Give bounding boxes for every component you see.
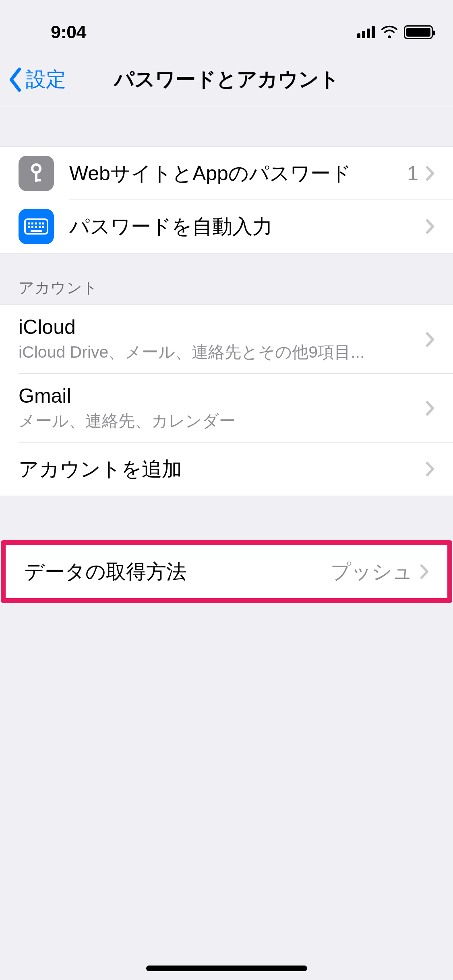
row-label: パスワードを自動入力: [69, 213, 426, 240]
key-icon: [19, 156, 54, 191]
keyboard-icon: [19, 209, 54, 244]
chevron-right-icon: [426, 401, 434, 416]
row-detail: 1: [407, 162, 418, 185]
svg-rect-13: [42, 226, 44, 228]
accounts-section-header: アカウント: [0, 253, 453, 305]
account-title: iCloud: [19, 315, 426, 339]
svg-rect-8: [42, 222, 44, 224]
row-fetch-new-data[interactable]: データの取得方法 プッシュ: [6, 545, 447, 598]
row-label: アカウントを追加: [19, 456, 426, 483]
navigation-bar: 設定 パスワードとアカウント: [0, 53, 453, 106]
account-title: Gmail: [19, 384, 426, 408]
svg-rect-12: [39, 226, 41, 228]
svg-rect-10: [31, 226, 33, 228]
passwords-group: WebサイトとAppのパスワード 1 パスワードを自動入力: [0, 146, 453, 253]
svg-rect-11: [35, 226, 37, 228]
status-time: 9:04: [16, 22, 121, 43]
row-account-icloud[interactable]: iCloud iCloud Drive、メール、連絡先とその他9項目...: [0, 305, 453, 374]
svg-rect-6: [35, 222, 37, 224]
chevron-right-icon: [426, 332, 434, 347]
account-subtitle: iCloud Drive、メール、連絡先とその他9項目...: [19, 341, 426, 363]
chevron-right-icon: [426, 166, 434, 181]
row-autofill-passwords[interactable]: パスワードを自動入力: [0, 200, 453, 253]
row-label: データの取得方法: [24, 558, 331, 585]
row-add-account[interactable]: アカウントを追加: [0, 443, 453, 496]
chevron-right-icon: [426, 461, 434, 477]
accounts-group: iCloud iCloud Drive、メール、連絡先とその他9項目... Gm…: [0, 305, 453, 496]
home-indicator[interactable]: [146, 966, 307, 971]
row-detail: プッシュ: [331, 558, 413, 585]
back-label: 設定: [26, 66, 66, 93]
svg-rect-2: [35, 179, 41, 181]
highlight-outline: データの取得方法 プッシュ: [1, 540, 452, 603]
svg-rect-14: [31, 230, 42, 232]
row-account-gmail[interactable]: Gmail メール、連絡先、カレンダー: [0, 374, 453, 443]
account-subtitle: メール、連絡先、カレンダー: [19, 410, 426, 432]
svg-rect-9: [28, 226, 30, 228]
row-label: WebサイトとAppのパスワード: [69, 160, 407, 187]
svg-point-0: [32, 165, 40, 173]
svg-rect-4: [28, 222, 30, 224]
svg-rect-7: [39, 222, 41, 224]
cellular-signal-icon: [357, 26, 375, 38]
chevron-left-icon: [8, 68, 23, 92]
chevron-right-icon: [420, 564, 429, 579]
page-title: パスワードとアカウント: [0, 66, 453, 93]
back-button[interactable]: 設定: [0, 66, 66, 93]
wifi-icon: [381, 25, 398, 39]
svg-rect-5: [31, 222, 33, 224]
battery-icon: [404, 25, 433, 39]
row-web-app-passwords[interactable]: WebサイトとAppのパスワード 1: [0, 147, 453, 200]
fetch-group: データの取得方法 プッシュ: [6, 545, 447, 598]
chevron-right-icon: [426, 219, 434, 234]
status-bar: 9:04: [0, 0, 453, 53]
